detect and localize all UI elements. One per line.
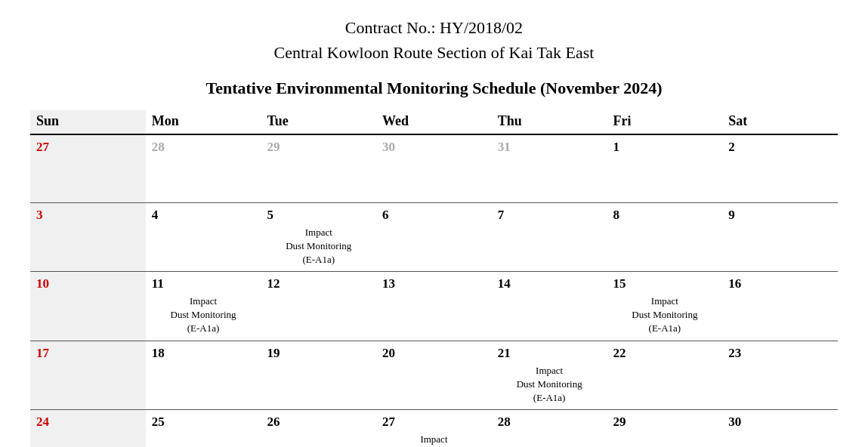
- day-number: 24: [36, 415, 140, 430]
- contract-line2: Central Kowloon Route Section of Kai Tak…: [30, 40, 838, 65]
- event-label: ImpactDust Monitoring(E-A1a): [498, 364, 601, 405]
- calendar-cell: 20: [376, 341, 492, 410]
- day-number: 17: [36, 346, 140, 361]
- week-row-4: 1718192021ImpactDust Monitoring(E-A1a)22…: [30, 341, 838, 410]
- day-number: 12: [267, 276, 370, 291]
- schedule-title: Tentative Environmental Monitoring Sched…: [30, 79, 838, 98]
- week-row-3: 1011ImpactDust Monitoring(E-A1a)12131415…: [30, 272, 838, 341]
- calendar-cell: 11ImpactDust Monitoring(E-A1a): [146, 272, 261, 341]
- day-number: 10: [36, 276, 140, 291]
- calendar-cell: 15ImpactDust Monitoring(E-A1a): [607, 272, 723, 341]
- calendar-cell: 1: [607, 134, 723, 202]
- day-number: 19: [267, 346, 370, 361]
- col-header-sun: Sun: [30, 110, 146, 134]
- day-number: 31: [498, 140, 601, 155]
- event-label: ImpactDust Monitoring(E-A1a): [613, 294, 717, 336]
- calendar-cell: 30: [376, 134, 492, 202]
- day-number: 9: [728, 208, 832, 223]
- day-number: 27: [36, 140, 140, 155]
- day-number: 13: [382, 276, 486, 291]
- calendar-cell: 27ImpactDust Monitoring(E-A1a): [376, 410, 492, 447]
- day-number: 6: [382, 208, 486, 223]
- calendar-cell: 6: [376, 202, 492, 272]
- calendar-cell: 27: [30, 134, 146, 202]
- day-number: 22: [613, 346, 717, 361]
- calendar-cell: 4: [146, 202, 261, 272]
- calendar-cell: 28: [492, 410, 607, 447]
- calendar-cell: 17: [30, 341, 146, 410]
- calendar-cell: 28: [146, 134, 261, 202]
- day-number: 4: [152, 208, 255, 223]
- contract-line1: Contract No.: HY/2018/02: [30, 15, 838, 40]
- day-number: 5: [267, 208, 370, 223]
- calendar-cell: 9: [722, 202, 838, 272]
- page-header: Contract No.: HY/2018/02 Central Kowloon…: [30, 15, 838, 65]
- calendar-table: SunMonTueWedThuFriSat 272829303112345Imp…: [30, 110, 838, 447]
- day-number: 29: [613, 415, 717, 430]
- calendar-cell: 5ImpactDust Monitoring(E-A1a): [261, 202, 376, 272]
- col-header-sat: Sat: [722, 110, 838, 134]
- day-number: 23: [728, 346, 832, 361]
- week-row-2: 345ImpactDust Monitoring(E-A1a)6789: [30, 202, 838, 272]
- col-header-mon: Mon: [146, 110, 261, 134]
- event-label: ImpactDust Monitoring(E-A1a): [382, 433, 486, 447]
- day-number: 2: [728, 140, 832, 155]
- calendar-cell: 26: [261, 410, 376, 447]
- day-number: 3: [36, 208, 140, 223]
- calendar-cell: 16: [722, 272, 838, 341]
- calendar-cell: 19: [261, 341, 376, 410]
- day-number: 28: [152, 140, 255, 155]
- calendar-cell: 25: [146, 410, 261, 447]
- col-header-fri: Fri: [607, 110, 723, 134]
- calendar-cell: 23: [722, 341, 838, 410]
- calendar-cell: 31: [492, 134, 607, 202]
- col-header-tue: Tue: [261, 110, 376, 134]
- calendar-cell: 21ImpactDust Monitoring(E-A1a): [492, 341, 607, 410]
- day-number: 26: [267, 415, 370, 430]
- calendar-cell: 24: [30, 410, 146, 447]
- day-number: 20: [382, 346, 486, 361]
- calendar-cell: 14: [492, 272, 607, 341]
- day-number: 21: [498, 346, 601, 361]
- week-row-5: 24252627ImpactDust Monitoring(E-A1a)2829…: [30, 410, 838, 447]
- calendar-cell: 8: [607, 202, 723, 272]
- day-number: 14: [498, 276, 601, 291]
- day-number: 8: [613, 208, 717, 223]
- day-number: 18: [152, 346, 255, 361]
- calendar-cell: 2: [722, 134, 838, 202]
- day-number: 28: [498, 415, 601, 430]
- calendar-cell: 30: [722, 410, 838, 447]
- week-row-1: 272829303112: [30, 134, 838, 202]
- day-number: 25: [152, 415, 255, 430]
- col-header-wed: Wed: [376, 110, 492, 134]
- day-number: 30: [382, 140, 486, 155]
- day-number: 7: [498, 208, 601, 223]
- calendar-cell: 29: [607, 410, 723, 447]
- calendar-cell: 10: [30, 272, 146, 341]
- day-number: 27: [382, 415, 486, 430]
- day-number: 15: [613, 276, 717, 291]
- day-number: 29: [267, 140, 370, 155]
- calendar-cell: 13: [376, 272, 492, 341]
- day-number: 30: [728, 415, 832, 430]
- day-number: 16: [728, 276, 832, 291]
- calendar-cell: 3: [30, 202, 146, 272]
- calendar-cell: 12: [261, 272, 376, 341]
- col-header-thu: Thu: [492, 110, 607, 134]
- calendar-cell: 18: [146, 341, 261, 410]
- day-number: 1: [613, 140, 717, 155]
- calendar-cell: 7: [492, 202, 607, 272]
- calendar-cell: 29: [261, 134, 376, 202]
- event-label: ImpactDust Monitoring(E-A1a): [267, 226, 370, 267]
- day-number: 11: [152, 276, 255, 291]
- event-label: ImpactDust Monitoring(E-A1a): [152, 294, 255, 336]
- calendar-cell: 22: [607, 341, 723, 410]
